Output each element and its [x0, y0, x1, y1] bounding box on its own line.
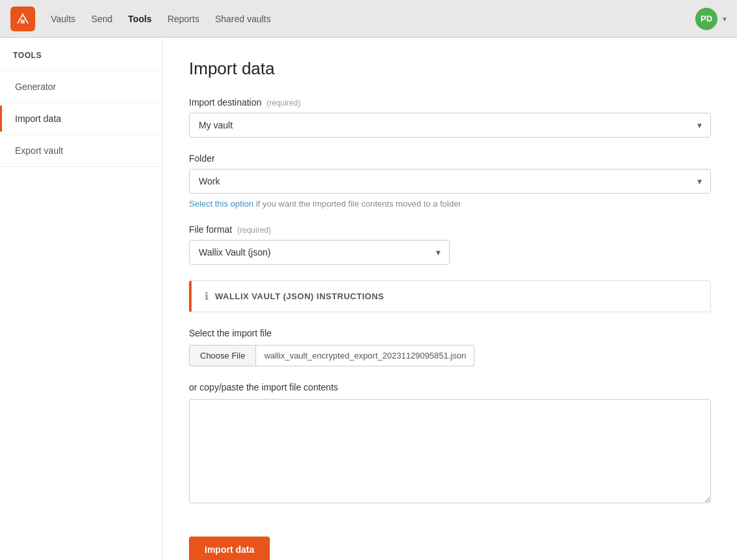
import-destination-label: Import destination (required)	[189, 97, 711, 108]
instructions-text: WALLIX VAULT (JSON) INSTRUCTIONS	[215, 291, 384, 301]
sidebar-divider-3	[0, 134, 162, 135]
folder-label: Folder	[189, 153, 711, 164]
file-format-required: (required)	[237, 226, 271, 235]
sidebar-divider-4	[0, 166, 162, 167]
import-destination-required: (required)	[267, 98, 300, 108]
folder-hint: Select this option if you want the impor…	[189, 199, 711, 209]
choose-file-button[interactable]: Choose File	[189, 345, 256, 366]
sidebar-divider	[0, 70, 162, 71]
paste-section: or copy/paste the import file contents	[189, 382, 711, 505]
folder-wrapper: Work	[189, 169, 711, 194]
file-input-row: Choose File wallix_vault_encrypted_expor…	[189, 345, 711, 366]
topnav-right: PD ▾	[695, 8, 727, 30]
nav-reports[interactable]: Reports	[167, 11, 199, 27]
sidebar-item-import-data[interactable]: Import data	[0, 106, 162, 132]
file-name-display: wallix_vault_encrypted_export_2023112909…	[256, 345, 474, 366]
page-layout: TOOLS Generator Import data Export vault…	[0, 38, 737, 560]
folder-select[interactable]: Work	[189, 169, 711, 194]
nav-tools[interactable]: Tools	[128, 11, 152, 27]
sidebar: TOOLS Generator Import data Export vault	[0, 38, 163, 560]
import-destination-wrapper: My vault	[189, 113, 711, 138]
app-logo[interactable]	[10, 7, 35, 31]
info-icon: ℹ	[205, 290, 209, 302]
sidebar-title: TOOLS	[0, 38, 162, 68]
avatar-chevron-icon[interactable]: ▾	[723, 14, 727, 23]
file-input-section: Select the import file Choose File walli…	[189, 328, 711, 366]
import-data-button[interactable]: Import data	[189, 537, 270, 560]
svg-rect-2	[21, 20, 25, 23]
nav-links: Vaults Send Tools Reports Shared vaults	[51, 11, 695, 27]
file-format-select[interactable]: Wallix Vault (json)	[189, 240, 450, 265]
top-navigation: Vaults Send Tools Reports Shared vaults …	[0, 0, 737, 38]
sidebar-item-generator[interactable]: Generator	[0, 74, 162, 100]
file-format-label: File format (required)	[189, 224, 711, 235]
sidebar-divider-2	[0, 102, 162, 103]
page-title: Import data	[189, 59, 711, 79]
nav-shared-vaults[interactable]: Shared vaults	[215, 11, 271, 27]
file-format-section: File format (required) Wallix Vault (jso…	[189, 224, 711, 265]
nav-vaults[interactable]: Vaults	[51, 11, 76, 27]
main-content: Import data Import destination (required…	[163, 38, 737, 560]
nav-send[interactable]: Send	[91, 11, 113, 27]
sidebar-item-export-vault[interactable]: Export vault	[0, 138, 162, 164]
file-input-label: Select the import file	[189, 328, 711, 338]
folder-section: Folder Work Select this option if you wa…	[189, 153, 711, 209]
file-format-wrapper: Wallix Vault (json)	[189, 240, 450, 265]
import-destination-section: Import destination (required) My vault	[189, 97, 711, 138]
import-destination-select[interactable]: My vault	[189, 113, 711, 138]
folder-hint-link[interactable]: Select this option	[189, 199, 253, 209]
paste-textarea[interactable]	[189, 399, 711, 503]
avatar[interactable]: PD	[695, 8, 717, 30]
instructions-box[interactable]: ℹ WALLIX VAULT (JSON) INSTRUCTIONS	[189, 280, 711, 312]
paste-label: or copy/paste the import file contents	[189, 382, 711, 392]
